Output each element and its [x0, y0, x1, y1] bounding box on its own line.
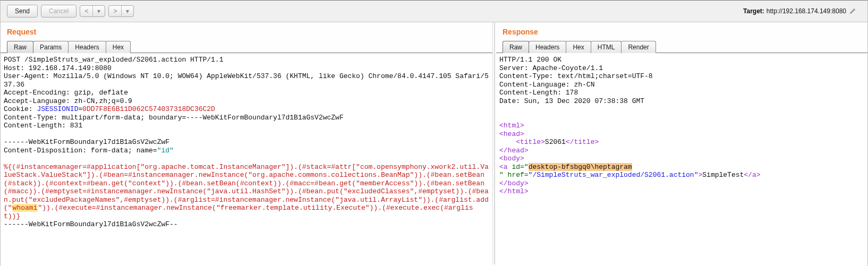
response-tabbar: Raw Headers Hex HTML Render: [496, 40, 867, 53]
tab-raw[interactable]: Raw: [7, 41, 33, 53]
dropdown-icon: ▾: [121, 6, 133, 16]
response-pane: Response Raw Headers Hex HTML Render HTT…: [496, 22, 867, 264]
dropdown-icon: ▾: [92, 6, 105, 16]
response-title: Response: [496, 22, 867, 39]
request-content[interactable]: POST /SimpleStruts_war_exploded/S2061.ac…: [1, 53, 492, 264]
main-split: Request Raw Params Headers Hex POST /Sim…: [1, 22, 867, 264]
payload-command: whoami: [12, 204, 38, 212]
target-label: Target:: [743, 7, 764, 15]
tab-headers[interactable]: Headers: [529, 41, 566, 53]
chevron-left-icon: <: [80, 6, 92, 16]
tab-render[interactable]: Render: [621, 41, 656, 53]
split-handle[interactable]: [493, 22, 496, 264]
target-url: http://192.168.174.149:8080: [767, 7, 846, 15]
whoami-result: desktop-bfsbgq0\heptagram: [529, 163, 632, 171]
request-title: Request: [1, 22, 492, 39]
target-area: Target: http://192.168.174.149:8080: [743, 7, 861, 16]
response-raw-text[interactable]: HTTP/1.1 200 OK Server: Apache-Coyote/1.…: [496, 54, 867, 198]
tab-headers[interactable]: Headers: [68, 41, 106, 53]
tab-hex[interactable]: Hex: [106, 41, 131, 53]
response-content[interactable]: HTTP/1.1 200 OK Server: Apache-Coyote/1.…: [496, 53, 867, 264]
pencil-icon[interactable]: [849, 7, 857, 16]
chevron-right-icon: >: [109, 6, 121, 16]
request-tabbar: Raw Params Headers Hex: [1, 40, 492, 53]
cancel-button[interactable]: Cancel: [41, 5, 76, 18]
tab-html[interactable]: HTML: [591, 41, 622, 53]
tab-hex[interactable]: Hex: [566, 41, 591, 53]
tab-raw[interactable]: Raw: [503, 41, 529, 53]
history-forward-button[interactable]: > ▾: [108, 5, 134, 17]
request-pane: Request Raw Params Headers Hex POST /Sim…: [1, 22, 493, 264]
send-button[interactable]: Send: [7, 5, 38, 18]
request-raw-text[interactable]: POST /SimpleStruts_war_exploded/S2061.ac…: [1, 54, 492, 231]
toolbar: Send Cancel < ▾ > ▾ Target: http://192.1…: [1, 1, 867, 22]
history-back-button[interactable]: < ▾: [80, 5, 105, 17]
tab-params[interactable]: Params: [33, 41, 69, 53]
